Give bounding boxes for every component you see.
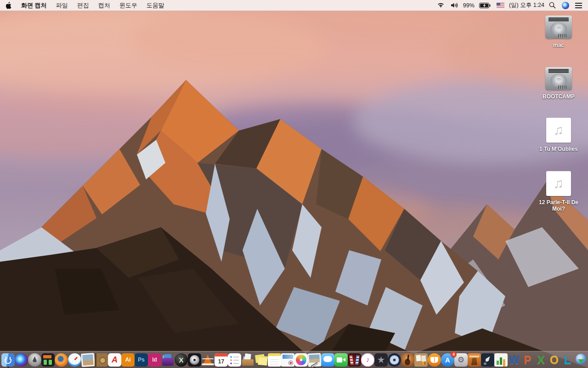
- toast-app-icon: [161, 353, 175, 367]
- audio-file-icon: ♫: [546, 171, 571, 196]
- dock-dvd-player-icon[interactable]: [388, 351, 401, 368]
- menu-bar: 화면 캡처 파일 편집 캡처 윈도우 도움말 99% (일) 오후 1:24: [0, 0, 588, 11]
- input-source-us-flag[interactable]: [495, 0, 506, 11]
- battery-charging-icon[interactable]: [478, 0, 492, 11]
- illustrator-app-icon: Ai: [121, 353, 135, 367]
- dock-pages-icon[interactable]: [481, 351, 494, 368]
- dock-imovie-icon[interactable]: ★: [374, 351, 388, 368]
- desktop-wallpaper: [0, 11, 588, 368]
- dock-address-book-icon[interactable]: [95, 351, 108, 368]
- audio-file-icon: ♫: [546, 118, 571, 143]
- dock-document-seal-icon[interactable]: [281, 351, 294, 368]
- desktop-icon-bootcamp-drive[interactable]: BOOTCAMP: [532, 67, 585, 100]
- indesign-app-icon: Id: [148, 353, 161, 367]
- spotlight-search-icon[interactable]: [548, 0, 557, 11]
- dock-grab-icon[interactable]: [308, 351, 321, 368]
- menu-edit[interactable]: 편집: [73, 1, 94, 10]
- dock-facetime-icon[interactable]: [334, 351, 348, 368]
- dock-safari-icon[interactable]: [68, 351, 81, 368]
- desktop-icon-mac-drive[interactable]: mac: [532, 16, 585, 48]
- dock-app-store-icon[interactable]: A4: [441, 351, 454, 368]
- dock-acrobat-reader-icon[interactable]: A: [108, 351, 121, 368]
- dock-notes-icon[interactable]: [268, 351, 281, 368]
- download-manager-app-icon: [574, 353, 588, 367]
- dock-photos-icon[interactable]: [294, 351, 308, 368]
- dock-garageband-icon[interactable]: [401, 351, 414, 368]
- dock-siri-icon[interactable]: [15, 351, 28, 368]
- dock-disk-speed-test-icon[interactable]: [188, 351, 201, 368]
- hard-drive-icon: [545, 16, 572, 39]
- dvd-player-app-icon: [388, 353, 401, 367]
- menu-help[interactable]: 도움말: [142, 1, 169, 10]
- safari-app-icon: [68, 353, 81, 367]
- imovie-app-icon: ★: [374, 353, 388, 367]
- keynote-app-icon: [468, 353, 481, 367]
- dock-illustrator-icon[interactable]: Ai: [121, 351, 135, 368]
- preview-app-icon: [81, 353, 95, 367]
- dock-download-manager-icon[interactable]: [574, 351, 588, 368]
- desktop-icon-label: 12 Parle-T-Il De Moi?: [533, 199, 584, 213]
- apple-logo-icon: [6, 2, 11, 9]
- dock-photo-booth-icon[interactable]: [348, 351, 361, 368]
- menu-bar-clock[interactable]: (일) 오후 1:24: [509, 1, 544, 9]
- dock-calendar-icon[interactable]: 17: [215, 351, 228, 368]
- wifi-icon[interactable]: [435, 0, 446, 11]
- firefox-app-icon: [55, 353, 68, 367]
- stickies-app-icon: [254, 353, 268, 367]
- dock: AAiPsIdX17♪★A4⚙WPXOL: [0, 351, 588, 368]
- dock-corkboard-docs-icon[interactable]: [414, 351, 428, 368]
- desktop-icon-label: BOOTCAMP: [543, 93, 575, 100]
- dock-indesign-icon[interactable]: Id: [148, 351, 161, 368]
- dock-firefox-icon[interactable]: [55, 351, 68, 368]
- menu-window[interactable]: 윈도우: [115, 1, 142, 10]
- dock-photoshop-icon[interactable]: Ps: [135, 351, 148, 368]
- word-glyph: W: [508, 353, 521, 367]
- menu-file[interactable]: 파일: [51, 1, 73, 10]
- outlook-app-icon: O: [548, 353, 561, 367]
- menu-capture[interactable]: 캡처: [94, 1, 115, 10]
- acrobat-reader-app-icon: A: [108, 353, 121, 367]
- dock-ibooks-icon[interactable]: [428, 351, 441, 368]
- powerpoint-glyph: P: [521, 353, 534, 367]
- active-app-menu[interactable]: 화면 캡처: [17, 1, 51, 10]
- music-note-icon: ♫: [554, 177, 564, 190]
- volume-icon[interactable]: [449, 0, 460, 11]
- dock-keynote-icon[interactable]: [468, 351, 481, 368]
- dock-preview-icon[interactable]: [81, 351, 95, 368]
- desktop-icon-audio-file-2[interactable]: ♫ 12 Parle-T-Il De Moi?: [532, 171, 585, 213]
- indesign-glyph: Id: [148, 353, 161, 367]
- itunes-glyph: ♪: [361, 353, 374, 367]
- dock-toast-icon[interactable]: [161, 351, 175, 368]
- outlook-glyph: O: [548, 353, 561, 367]
- dock-device-transfer-icon[interactable]: [41, 351, 55, 368]
- photoshop-app-icon: Ps: [135, 353, 148, 367]
- apple-menu[interactable]: [0, 2, 17, 9]
- dock-launchpad-icon[interactable]: [28, 351, 41, 368]
- dock-xld-icon[interactable]: X: [175, 351, 188, 368]
- finder-app-icon: [1, 353, 15, 367]
- dock-unarchiver-icon[interactable]: [241, 351, 254, 368]
- siri-icon[interactable]: [560, 0, 571, 11]
- facetime-app-icon: [334, 353, 348, 367]
- dock-finder-icon[interactable]: [1, 351, 15, 368]
- desktop-icon-audio-file-1[interactable]: ♫ 1 Tu M'Oublies: [532, 118, 585, 152]
- xld-app-icon: X: [175, 353, 188, 367]
- dock-itunes-icon[interactable]: ♪: [361, 351, 374, 368]
- launchpad-app-icon: [28, 353, 41, 367]
- ibooks-app-icon: [428, 353, 441, 367]
- dock-word-icon[interactable]: W: [508, 351, 521, 368]
- pages-app-icon: [481, 353, 494, 367]
- dock-excel-icon[interactable]: X: [534, 351, 548, 368]
- dock-numbers-icon[interactable]: [494, 351, 508, 368]
- word-app-icon: W: [508, 353, 521, 367]
- dock-stickies-icon[interactable]: [254, 351, 268, 368]
- dock-powerpoint-icon[interactable]: P: [521, 351, 534, 368]
- itunes-app-icon: ♪: [361, 353, 374, 367]
- notification-center-icon[interactable]: [574, 0, 583, 11]
- dock-reminders-icon[interactable]: [228, 351, 241, 368]
- dock-lync-icon[interactable]: L: [561, 351, 574, 368]
- dock-messages-icon[interactable]: [321, 351, 334, 368]
- dock-vlc-icon[interactable]: [201, 351, 215, 368]
- imovie-glyph: ★: [374, 353, 388, 367]
- dock-outlook-icon[interactable]: O: [548, 351, 561, 368]
